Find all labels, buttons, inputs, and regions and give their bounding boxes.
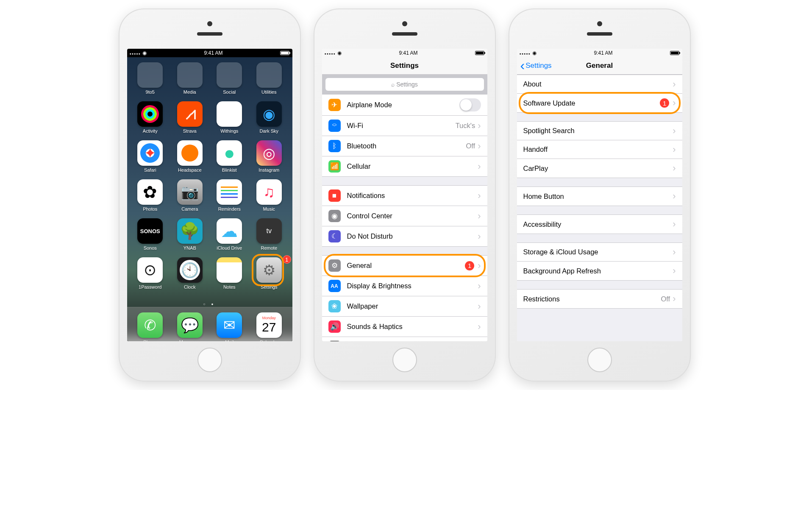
sounds-icon: 🔊: [328, 320, 341, 333]
row-dnd[interactable]: ☾Do Not Disturb: [322, 226, 487, 246]
nav-header: Settings General: [517, 57, 682, 75]
dock-messages[interactable]: 💬Messages: [177, 312, 203, 341]
app-ynab[interactable]: 🌳YNAB: [170, 218, 210, 257]
dock-calendar[interactable]: Monday27Calendar: [256, 312, 282, 341]
software-update-badge: 1: [660, 98, 669, 108]
row-general[interactable]: ⚙General1: [322, 256, 487, 276]
chevron-icon: [478, 191, 481, 201]
row-airplane[interactable]: ✈Airplane Mode: [322, 95, 487, 116]
search-wrap: ⌕ Settings: [322, 75, 487, 94]
app-strava[interactable]: ⩘Strava: [170, 101, 210, 140]
app-notes[interactable]: Notes: [210, 257, 250, 296]
folder-utilities[interactable]: Utilities: [249, 62, 289, 101]
row-control-center[interactable]: ◉Control Center: [322, 206, 487, 226]
app-withings[interactable]: Withings: [210, 101, 250, 140]
row-about[interactable]: About: [517, 75, 682, 94]
app-camera[interactable]: 📷Camera: [170, 179, 210, 218]
chevron-icon: [673, 220, 676, 229]
signal-icon: [520, 50, 531, 56]
app-safari[interactable]: ✦Safari: [131, 140, 170, 179]
gear-icon: ⚙: [328, 259, 341, 272]
row-home-button[interactable]: Home Button: [517, 187, 682, 206]
page-title: Settings: [322, 61, 487, 70]
chevron-icon: [478, 261, 481, 270]
app-activity[interactable]: Activity: [131, 101, 170, 140]
row-background-refresh[interactable]: Background App Refresh: [517, 262, 682, 280]
chevron-icon: [478, 162, 481, 171]
chevron-icon: [673, 266, 676, 276]
app-photos[interactable]: ✿Photos: [131, 179, 170, 218]
folder-media[interactable]: Media: [170, 62, 210, 101]
app-settings[interactable]: ⚙ 1 Settings: [249, 257, 289, 296]
phone-settings: ◉ 9:41 AM Settings ⌕ Settings ✈Airplane …: [314, 8, 496, 382]
app-1password[interactable]: ⊙1Password: [131, 257, 170, 296]
chevron-icon: [478, 232, 481, 241]
chevron-icon: [478, 142, 481, 151]
nav-header: Settings: [322, 57, 487, 75]
chevron-icon: [673, 248, 676, 257]
dock-phone[interactable]: ✆Phone: [137, 312, 163, 341]
status-bar: ◉ 9:41 AM: [517, 49, 682, 57]
row-handoff[interactable]: Handoff: [517, 140, 682, 159]
app-instagram[interactable]: ◎Instagram: [249, 140, 289, 179]
home-button[interactable]: [587, 348, 612, 372]
dock-mail[interactable]: ✉Mail: [217, 312, 242, 341]
app-clock[interactable]: 🕙Clock: [170, 257, 210, 296]
battery-icon: [280, 51, 289, 55]
row-siri[interactable]: ◉Siri: [322, 337, 487, 341]
home-button[interactable]: [392, 348, 417, 372]
app-sonos[interactable]: SONOSSonos: [131, 218, 170, 257]
home-button[interactable]: [197, 348, 222, 372]
row-display[interactable]: AADisplay & Brightness: [322, 276, 487, 296]
status-time: 9:41 AM: [204, 50, 223, 56]
dock: ✆Phone 💬Messages ✉Mail Monday27Calendar: [127, 307, 292, 341]
battery-icon: [670, 51, 679, 55]
search-input[interactable]: ⌕ Settings: [325, 78, 484, 91]
app-icloud-drive[interactable]: ☁iCloud Drive: [210, 218, 250, 257]
chevron-icon: [478, 212, 481, 221]
row-bluetooth[interactable]: ᛒBluetoothOff: [322, 136, 487, 156]
battery-icon: [475, 51, 484, 55]
dnd-icon: ☾: [328, 230, 341, 242]
row-software-update[interactable]: Software Update1: [517, 94, 682, 112]
back-button[interactable]: Settings: [520, 61, 552, 70]
row-wallpaper[interactable]: ❀Wallpaper: [322, 296, 487, 317]
row-spotlight[interactable]: Spotlight Search: [517, 122, 682, 140]
general-badge: 1: [465, 261, 474, 270]
chevron-icon: [478, 281, 481, 291]
notifications-icon: ■: [328, 189, 341, 202]
app-reminders[interactable]: Reminders: [210, 179, 250, 218]
row-accessibility[interactable]: Accessibility: [517, 215, 682, 234]
app-headspace[interactable]: Headspace: [170, 140, 210, 179]
app-remote[interactable]: tvRemote: [249, 218, 289, 257]
row-notifications[interactable]: ■Notifications: [322, 186, 487, 206]
app-blinkist[interactable]: ●Blinkist: [210, 140, 250, 179]
cellular-icon: 📶: [328, 160, 341, 173]
folder-social[interactable]: Social: [210, 62, 250, 101]
chevron-icon: [478, 302, 481, 311]
app-darksky[interactable]: ◉Dark Sky: [249, 101, 289, 140]
wifi-icon: ⌔: [328, 120, 341, 132]
row-restrictions[interactable]: RestrictionsOff: [517, 290, 682, 308]
chevron-icon: [673, 126, 676, 136]
airplane-icon: ✈: [328, 99, 341, 111]
phone-general: ◉ 9:41 AM Settings General About Softwar…: [509, 8, 691, 382]
page-indicator[interactable]: ○ ●: [127, 301, 292, 307]
signal-icon: [325, 50, 336, 56]
airplane-toggle[interactable]: [459, 98, 481, 111]
chevron-icon: [673, 98, 676, 108]
chevron-icon: [673, 294, 676, 304]
status-bar: ◉ 9:41 AM: [127, 49, 292, 57]
row-carplay[interactable]: CarPlay: [517, 159, 682, 178]
phone-home: ◉ 9:41 AM 9to5 Media Social Utilities Ac…: [119, 8, 301, 382]
row-cellular[interactable]: 📶Cellular: [322, 156, 487, 176]
folder-9to5[interactable]: 9to5: [131, 62, 170, 101]
row-sounds[interactable]: 🔊Sounds & Haptics: [322, 317, 487, 337]
chevron-icon: [673, 192, 676, 201]
row-storage[interactable]: Storage & iCloud Usage: [517, 243, 682, 262]
app-music[interactable]: ♫Music: [249, 179, 289, 218]
bluetooth-icon: ᛒ: [328, 140, 341, 152]
chevron-icon: [478, 121, 481, 131]
row-wifi[interactable]: ⌔Wi-FiTuck's: [322, 116, 487, 136]
wifi-icon: ◉: [337, 50, 342, 56]
